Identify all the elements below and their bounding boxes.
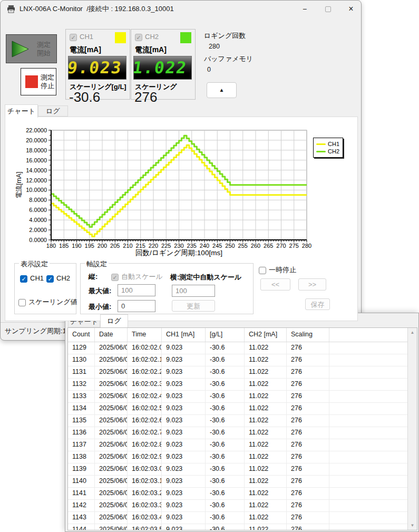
table-row[interactable]: 11322025/06/0916:02:02.3599.023-30.611.0… [68,379,417,391]
legend-label: CH2 [328,148,339,154]
display-ch1-checkbox[interactable]: ✓CH1 [20,274,44,283]
table-row[interactable]: 11442025/06/0916:02:03.5599.023-30.611.0… [68,524,417,530]
table-row[interactable]: 11392025/06/0916:02:03.0599.023-30.611.0… [68,463,417,476]
ch2-color-indicator [180,32,191,43]
log-table-scrollbar[interactable]: ▲ ▼ [407,328,417,530]
maximize-button[interactable] [316,1,339,17]
desktop: LNX-006A C-Monitor /接続中 : 192.168.0.3_10… [0,0,419,532]
table-cell: 16:02:03.059 [128,463,162,475]
table-row[interactable]: 11422025/06/0916:02:03.3599.023-30.611.0… [68,500,417,512]
table-cell: 11.022 [245,439,287,451]
table-cell: 9.023 [162,379,206,390]
table-cell: 276 [287,366,329,378]
auto-scale-checkbox: ✓自動スケール [111,272,163,282]
display-settings-legend: 表示設定 [19,259,50,269]
collapse-panel-button[interactable]: ▲ [207,82,237,98]
pause-checkbox[interactable]: ✓一時停止 [259,265,296,275]
table-cell [329,439,409,451]
table-row[interactable]: 11342025/06/0916:02:02.5599.023-30.611.0… [68,403,417,415]
table-cell: 11.022 [245,366,287,378]
table-cell [329,463,409,475]
table-cell [329,366,409,378]
log-table: CountDateTimeCH1 [mA][g/L]CH2 [mA]Scalin… [67,327,417,530]
measure-stop-label: 測定 停止 [41,73,54,90]
vertical-axis-label: 縦: [89,272,98,282]
minimize-button[interactable]: − [293,1,316,17]
table-row[interactable]: 11372025/06/0916:02:02.8599.023-30.611.0… [68,439,417,451]
table-cell: 1135 [68,415,95,427]
close-button[interactable]: × [339,1,363,17]
display-scaling-checkbox[interactable]: ✓スケーリング値 [18,297,77,307]
title-bar: LNX-006A C-Monitor /接続中 : 192.168.0.3_10… [1,1,361,17]
table-cell: 11.022 [245,476,287,487]
table-cell: 11.022 [245,427,287,439]
table-cell: -30.6 [206,366,245,378]
table-cell: 9.023 [162,354,206,366]
x-tick-label: 240 [200,243,209,249]
table-cell: 11.022 [245,379,287,390]
horizontal-axis-label: 横:測定中自動スケール [170,273,241,282]
table-row[interactable]: 11352025/06/0916:02:02.6599.023-30.611.0… [68,415,417,427]
table-cell: 1131 [68,366,95,378]
table-row[interactable]: 11412025/06/0916:02:03.2599.023-30.611.0… [68,488,417,500]
ch1-led-display: 9.023 [68,56,126,80]
tab-chart[interactable]: チャート [5,104,38,118]
table-row[interactable]: 11382025/06/0916:02:02.9599.023-30.611.0… [68,451,417,463]
ch1-scaling-value: -30.6 [69,89,100,105]
table-cell: 16:02:02.259 [128,366,162,378]
table-row[interactable]: 11292025/06/0916:02:02.0599.023-30.611.0… [68,342,417,354]
table-row[interactable]: 11332025/06/0916:02:02.4599.023-30.611.0… [68,391,417,403]
table-cell: 2025/06/09 [95,524,128,530]
log-table-body: 11292025/06/0916:02:02.0599.023-30.611.0… [68,342,417,530]
log-window-tab-log[interactable]: ログ [100,314,128,327]
min-value-input[interactable]: 0 [118,300,155,312]
table-cell: 2025/06/09 [95,439,128,451]
column-header[interactable]: CH1 [mA] [162,328,206,342]
table-row[interactable]: 11312025/06/0916:02:02.2599.023-30.611.0… [68,366,417,379]
table-cell: 2025/06/09 [95,488,128,499]
table-cell: 2025/06/09 [95,415,128,427]
column-header[interactable]: CH2 [mA] [245,328,287,342]
scrollbar-up-icon[interactable]: ▲ [408,330,417,335]
checkbox-unchecked-icon: ✓ [18,299,26,306]
display-ch2-checkbox[interactable]: ✓CH2 [46,274,70,283]
column-header[interactable]: Count [68,328,95,342]
measure-start-button[interactable]: 測定 開始 [6,34,57,63]
update-button[interactable]: 更新 [172,300,215,312]
y-tick-label: 10.0000 [26,187,47,193]
table-cell: 16:02:02.459 [128,391,162,402]
x-tick-label: 185 [59,243,69,249]
table-row[interactable]: 11432025/06/0916:02:03.4599.023-30.611.0… [68,512,417,524]
x-tick-label: 205 [110,243,120,249]
column-header[interactable]: Date [95,328,128,342]
ch1-color-indicator [115,32,126,43]
measure-stop-button[interactable]: 測定 停止 [21,68,56,95]
checkbox-checked-icon: ✓ [46,275,54,283]
table-cell: 2025/06/09 [95,476,128,487]
scroll-forward-button[interactable]: >> [298,278,326,291]
table-cell: -30.6 [206,476,245,487]
y-tick-label: 8.0000 [29,197,47,203]
table-cell: 1129 [68,342,95,354]
x-tick-label: 265 [264,243,273,249]
horizontal-value-input[interactable]: 100 [172,285,215,297]
column-header[interactable]: [g/L] [206,328,245,342]
table-cell: 276 [287,512,329,524]
table-cell: 9.023 [162,524,206,530]
table-row[interactable]: 11362025/06/0916:02:02.7599.023-30.611.0… [68,427,417,439]
table-cell: 2025/06/09 [95,463,128,475]
tab-log[interactable]: ログ [38,105,68,117]
table-cell: 16:02:02.559 [128,403,162,414]
table-cell: -30.6 [206,354,245,366]
table-cell: -30.6 [206,391,245,402]
column-header[interactable]: Time [128,328,162,342]
scroll-back-button[interactable]: << [260,278,290,291]
scrollbar-down-icon[interactable]: ▼ [408,523,417,528]
column-header[interactable] [329,328,409,342]
max-value-input[interactable]: 100 [118,284,155,296]
save-button[interactable]: 保存 [305,298,330,310]
table-row[interactable]: 11402025/06/0916:02:03.1599.023-30.611.0… [68,476,417,488]
table-cell: -30.6 [206,403,245,414]
table-row[interactable]: 11302025/06/0916:02:02.1599.023-30.611.0… [68,354,417,366]
column-header[interactable]: Scaling [287,328,329,342]
